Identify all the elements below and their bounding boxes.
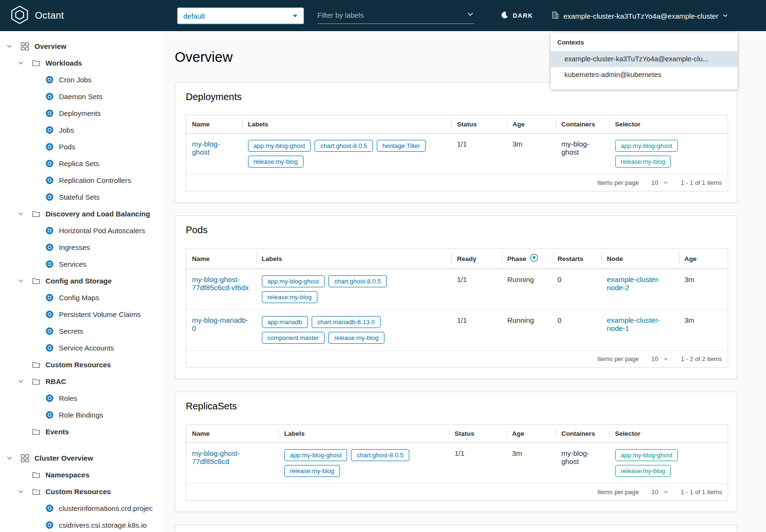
- sidebar-item-custom-resources[interactable]: Custom Resources: [0, 356, 163, 373]
- label-filter-input[interactable]: [317, 11, 467, 19]
- sidebar-item-replication-controllers[interactable]: Replication Controllers: [0, 172, 163, 189]
- items-per-page-value: 10: [652, 355, 658, 362]
- chevron-down-icon[interactable]: [18, 378, 24, 385]
- sidebar-item-label: Custom Resources: [45, 487, 111, 496]
- folder-icon: [32, 210, 40, 217]
- theme-toggle-button[interactable]: DARK: [501, 11, 533, 21]
- sidebar-item-events[interactable]: Events: [0, 423, 163, 440]
- sidebar-item-rbac[interactable]: RBAC: [0, 373, 163, 390]
- column-header: Selector: [609, 425, 728, 443]
- resource-link[interactable]: my-blog-ghost-77df85c6cd: [192, 449, 240, 465]
- label-badge[interactable]: release:my-blog: [262, 291, 318, 303]
- sidebar-item-config-and-storage[interactable]: Config and Storage: [0, 272, 163, 289]
- sidebar-item-stateful-sets[interactable]: Stateful Sets: [0, 189, 163, 205]
- deployments-icon: [45, 109, 54, 117]
- sidebar-item-label: Events: [45, 428, 69, 436]
- sidebar-item-config-maps[interactable]: Config Maps: [0, 289, 163, 306]
- selector-badge[interactable]: app:my-blog-ghost: [615, 449, 678, 461]
- resource-link[interactable]: my-blog-ghost-77df85c6cd-vf6dx: [192, 275, 248, 292]
- sidebar-item-label: Daemon Sets: [59, 92, 102, 101]
- sidebar-item-horizontal-pod-autoscalers[interactable]: Horizontal Pod Autoscalers: [0, 222, 163, 239]
- custom-resource-icon: [45, 521, 54, 529]
- sidebar-item-role-bindings[interactable]: Role Bindings: [0, 407, 163, 423]
- label-badge[interactable]: heritage:Tiller: [377, 140, 426, 152]
- column-header: Labels: [279, 425, 449, 443]
- sidebar-item-service-accounts[interactable]: Service Accounts: [0, 340, 163, 356]
- folder-icon: [32, 428, 40, 435]
- chevron-down-icon[interactable]: [18, 60, 24, 66]
- header: Octant default DARK example-cluster-ka3T…: [0, 0, 766, 31]
- sidebar-item-workloads[interactable]: Workloads: [0, 55, 163, 71]
- sidebar-item-cron-jobs[interactable]: Cron Jobs: [0, 71, 163, 88]
- cluster-overview-icon: [21, 454, 29, 463]
- overview-icon: [21, 42, 29, 51]
- label-badge[interactable]: chart:mariadb-6.13.0: [312, 316, 381, 328]
- selector-badge[interactable]: app:my-blog-ghost: [615, 140, 678, 152]
- column-header: Status: [449, 425, 507, 443]
- status-cell: 1/1: [449, 443, 507, 484]
- sidebar-item-services[interactable]: Services: [0, 256, 163, 272]
- pagination-range: 1 - 1 of 1 items: [681, 179, 722, 186]
- label-badge[interactable]: app:mariadb: [262, 316, 308, 328]
- items-per-page-select[interactable]: 10: [652, 179, 668, 186]
- sidebar-item-secrets[interactable]: Secrets: [0, 323, 163, 340]
- chevron-down-icon[interactable]: [6, 43, 13, 49]
- app-logo[interactable]: Octant: [10, 5, 64, 27]
- namespace-select[interactable]: default: [177, 7, 304, 24]
- node-link[interactable]: example-cluster-node-2: [607, 275, 660, 292]
- label-badge[interactable]: component:master: [262, 332, 325, 344]
- sidebar-item-jobs[interactable]: Jobs: [0, 122, 163, 138]
- label-badge[interactable]: release:my-blog: [248, 156, 304, 168]
- column-header: Containers: [556, 425, 609, 443]
- sidebar-item-deployments[interactable]: Deployments: [0, 105, 163, 122]
- sidebar-item-custom-resources-cluster[interactable]: Custom Resources: [0, 483, 163, 500]
- context-menu-item[interactable]: example-cluster-ka3TuTzYo4a@example-clu.…: [551, 51, 738, 67]
- sidebar-item-label: clusterinformations.crd.projec: [59, 504, 153, 512]
- chevron-down-icon[interactable]: [18, 211, 24, 217]
- items-per-page-select[interactable]: 10: [652, 355, 668, 362]
- label-badge[interactable]: chart:ghost-8.0.5: [315, 140, 373, 152]
- containers-cell: my-blog-ghost: [556, 443, 609, 484]
- chevron-down-icon[interactable]: [6, 455, 13, 461]
- label-badge[interactable]: release:my-blog: [328, 332, 384, 344]
- context-selector[interactable]: example-cluster-ka3TuTzYo4a@example-clus…: [552, 11, 728, 20]
- card-title: ReplicaSets: [186, 401, 726, 412]
- sidebar-item-replica-sets[interactable]: Replica Sets: [0, 155, 163, 172]
- sidebar-item-persistent-volume-claims[interactable]: Persistent Volume Claims: [0, 306, 163, 323]
- sidebar-item-csidrivers[interactable]: csidrivers.csi.storage.k8s.io: [0, 517, 163, 532]
- items-per-page-label: Items per page: [597, 355, 639, 362]
- sidebar-item-clusterinformations[interactable]: clusterinformations.crd.projec: [0, 500, 163, 517]
- jobs-icon: [45, 126, 54, 134]
- sidebar-item-label: Jobs: [59, 126, 74, 134]
- sidebar-item-overview[interactable]: Overview: [0, 38, 163, 55]
- filter-icon[interactable]: [530, 254, 538, 263]
- column-header: Node: [601, 249, 679, 269]
- chevron-down-icon[interactable]: [18, 278, 24, 284]
- sidebar-item-pods[interactable]: Pods: [0, 138, 163, 155]
- sidebar-item-roles[interactable]: Roles: [0, 390, 163, 407]
- resource-link[interactable]: my-blog-ghost: [192, 140, 220, 156]
- sidebar-item-ingresses[interactable]: Ingresses: [0, 239, 163, 256]
- chevron-down-icon: [663, 356, 668, 362]
- label-badge[interactable]: app:my-blog-ghost: [262, 275, 325, 287]
- sidebar-item-label: Config and Storage: [45, 277, 112, 285]
- label-badge[interactable]: chart:ghost-8.0.5: [351, 449, 409, 461]
- node-link[interactable]: example-cluster-node-1: [607, 316, 660, 332]
- label-badge[interactable]: chart:ghost-8.0.5: [328, 275, 387, 287]
- label-badge[interactable]: app:my-blog-ghost: [248, 140, 311, 152]
- chevron-down-icon[interactable]: [467, 11, 474, 20]
- label-badge[interactable]: release:my-blog: [284, 465, 340, 477]
- resource-link[interactable]: my-blog-mariadb-0: [192, 316, 248, 332]
- sidebar-item-label: csidrivers.csi.storage.k8s.io: [59, 521, 146, 529]
- label-filter[interactable]: [317, 8, 474, 24]
- context-menu-item[interactable]: kubernetes-admin@kubernetes: [551, 67, 738, 83]
- selector-badge[interactable]: release:my-blog: [615, 465, 671, 477]
- sidebar-item-cluster-overview[interactable]: Cluster Overview: [0, 450, 163, 466]
- label-badge[interactable]: app:my-blog-ghost: [284, 449, 348, 461]
- sidebar-item-namespaces[interactable]: Namespaces: [0, 466, 163, 483]
- sidebar-item-discovery-and-load-balancing[interactable]: Discovery and Load Balancing: [0, 205, 163, 222]
- selector-badge[interactable]: release:my-blog: [615, 156, 671, 168]
- chevron-down-icon[interactable]: [18, 488, 24, 495]
- items-per-page-select[interactable]: 10: [652, 488, 668, 496]
- sidebar-item-daemon-sets[interactable]: Daemon Sets: [0, 88, 163, 105]
